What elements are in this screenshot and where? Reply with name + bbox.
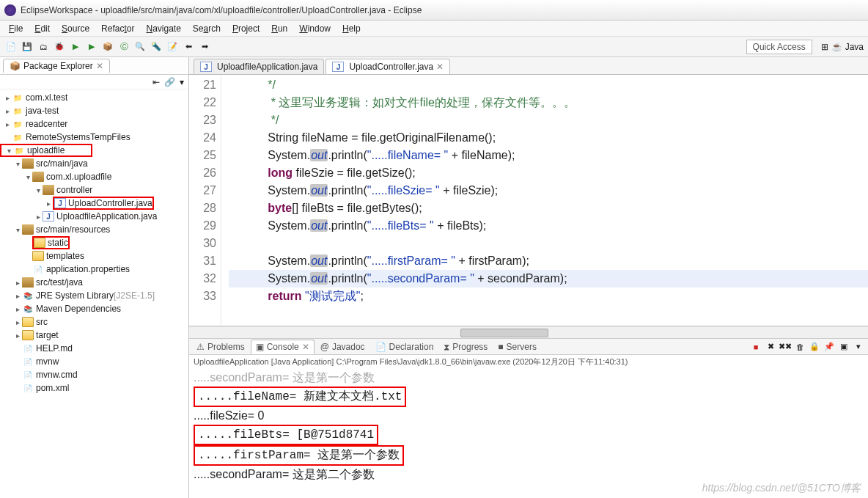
menu-navigate[interactable]: Navigate xyxy=(140,22,186,35)
view-menu-icon[interactable]: ▾ xyxy=(180,77,184,87)
java-file-icon: J xyxy=(332,62,344,72)
console-row: .....secondParam= 这是第一个参数 xyxy=(194,369,864,387)
tree-item[interactable]: Maven Dependencies xyxy=(36,304,121,314)
menu-bar: File Edit Source Refactor Navigate Searc… xyxy=(0,21,868,37)
perspective-switcher[interactable]: ⊞ ☕ Java xyxy=(821,42,864,52)
progress-icon: ⧗ xyxy=(444,342,449,352)
java-file-icon: J xyxy=(200,62,212,72)
menu-file[interactable]: File xyxy=(3,22,29,35)
tab-uploadfileapplication[interactable]: J UploadfileApplication.java xyxy=(194,59,324,74)
title-bar: EclipseWorkspace - uploadfile/src/main/j… xyxy=(0,0,868,21)
menu-run[interactable]: Run xyxy=(265,22,293,35)
tree-item[interactable]: java-test xyxy=(26,106,59,116)
open-type-icon[interactable]: 🔍 xyxy=(133,40,147,54)
code-editor[interactable]: 21 22 23 24 25 26 27 28 29 30 31 32 33 *… xyxy=(189,75,868,326)
scroll-lock-icon[interactable]: 🔒 xyxy=(808,340,821,354)
tree-item[interactable]: com.xl.uploadfile xyxy=(46,172,111,182)
console-row-filebts: .....fileBts= [B@751d8741 xyxy=(194,425,378,445)
console-launch-info: UploadfileApplication [Java Application]… xyxy=(189,355,868,369)
save-all-icon[interactable]: 🗂 xyxy=(37,40,50,54)
line-gutter: 21 22 23 24 25 26 27 28 29 30 31 32 33 xyxy=(189,75,221,326)
watermark: https://blog.csdn.net/@51CTO博客 xyxy=(702,482,861,495)
tree-item[interactable]: RemoteSystemsTempFiles xyxy=(26,132,130,142)
java-perspective-icon[interactable]: ☕ xyxy=(831,42,842,52)
editor-scrollbar-h[interactable] xyxy=(189,326,868,338)
tab-console[interactable]: ▣Console✕ xyxy=(251,340,315,354)
view-tab-bar: 📦 Package Explorer ✕ xyxy=(0,57,188,75)
tree-item[interactable]: src xyxy=(36,317,48,327)
run-icon[interactable]: ▶ xyxy=(69,40,82,54)
console-output[interactable]: .....secondParam= 这是第一个参数 .....fileName=… xyxy=(189,369,868,498)
tree-item[interactable]: src/test/java xyxy=(36,277,83,288)
tree-item[interactable]: src/main/resources xyxy=(36,224,110,235)
save-icon[interactable]: 💾 xyxy=(21,40,34,54)
new-class-icon[interactable]: Ⓒ xyxy=(117,40,130,54)
menu-help[interactable]: Help xyxy=(336,22,367,35)
problems-icon: ⚠ xyxy=(196,342,205,352)
tree-uploadfile[interactable]: uploadfile xyxy=(27,145,65,155)
view-toolbar: ⇤ 🔗 ▾ xyxy=(0,75,188,89)
collapse-all-icon[interactable]: ⇤ xyxy=(152,77,160,87)
nav-fwd-icon[interactable]: ➡ xyxy=(198,40,211,54)
menu-refactor[interactable]: Refactor xyxy=(95,22,140,35)
main-toolbar: 📄 💾 🗂 🐞 ▶ ▶ 📦 Ⓒ 🔍 🔦 📝 ⬅ ➡ Quick Access ⊞… xyxy=(0,37,868,57)
link-editor-icon[interactable]: 🔗 xyxy=(164,77,175,87)
tab-javadoc[interactable]: @Javadoc xyxy=(316,340,369,354)
display-selected-icon[interactable]: ▣ xyxy=(837,340,850,354)
debug-icon[interactable]: 🐞 xyxy=(53,40,66,54)
quick-access[interactable]: Quick Access xyxy=(746,40,812,54)
tree-item[interactable]: JRE System Library xyxy=(36,290,114,301)
clear-console-icon[interactable]: 🗑 xyxy=(793,340,806,354)
package-icon: 📦 xyxy=(10,61,21,71)
package-explorer-tab[interactable]: 📦 Package Explorer ✕ xyxy=(3,59,110,73)
menu-search[interactable]: Search xyxy=(187,22,227,35)
run-last-icon[interactable]: ▶ xyxy=(85,40,98,54)
remove-launch-icon[interactable]: ✖ xyxy=(764,340,777,354)
tree-item[interactable]: pom.xml xyxy=(36,383,69,393)
tab-uploadcontroller[interactable]: J UploadController.java ✕ xyxy=(326,59,450,74)
menu-edit[interactable]: Edit xyxy=(29,22,56,35)
close-icon[interactable]: ✕ xyxy=(96,61,103,71)
tree-item[interactable]: mvnw.cmd xyxy=(36,370,78,380)
tree-lib-suffix: [J2SE-1.5] xyxy=(114,290,155,301)
tree-item[interactable]: com.xl.test xyxy=(26,92,67,103)
annotation-icon[interactable]: 📝 xyxy=(166,40,179,54)
tree-item[interactable]: src/main/java xyxy=(36,158,88,169)
servers-icon: ■ xyxy=(498,342,503,352)
tab-progress[interactable]: ⧗Progress xyxy=(439,340,492,354)
tree-item[interactable]: application.properties xyxy=(46,264,130,274)
menu-window[interactable]: Window xyxy=(293,22,336,35)
remove-all-terminated-icon[interactable]: ✖✖ xyxy=(779,340,792,354)
new-icon[interactable]: 📄 xyxy=(4,40,18,54)
console-row-firstparam: .....firstParam= 这是第一个参数 xyxy=(194,445,404,466)
nav-back-icon[interactable]: ⬅ xyxy=(182,40,195,54)
tree-item[interactable]: controller xyxy=(56,185,92,195)
menu-project[interactable]: Project xyxy=(227,22,265,35)
console-row: .....secondParam= 这是第二个参数 xyxy=(194,466,864,483)
close-icon[interactable]: ✕ xyxy=(302,342,309,352)
code-area[interactable]: */ * 这里写业务逻辑：如对文件file的处理，保存文件等。。。 */ Str… xyxy=(221,75,868,326)
pin-console-icon[interactable]: 📌 xyxy=(823,340,836,354)
tab-declaration[interactable]: 📄Declaration xyxy=(371,340,438,354)
open-perspective-icon[interactable]: ⊞ xyxy=(821,42,828,52)
tree-uploadcontroller[interactable]: UploadController.java xyxy=(68,198,152,208)
tree-item[interactable]: readcenter xyxy=(26,119,67,129)
eclipse-icon xyxy=(4,4,16,16)
open-console-icon[interactable]: ▾ xyxy=(852,340,865,354)
new-package-icon[interactable]: 📦 xyxy=(101,40,114,54)
tab-servers[interactable]: ■Servers xyxy=(493,340,541,354)
tree-static[interactable]: static xyxy=(48,238,68,248)
editor-tabs: J UploadfileApplication.java J UploadCon… xyxy=(189,57,868,75)
tree-item[interactable]: target xyxy=(36,330,59,340)
console-row: .....fileSzie= 0 xyxy=(194,407,864,425)
project-tree[interactable]: ▸📁com.xl.test ▸📁java-test ▸📁readcenter 📁… xyxy=(0,89,188,498)
tree-item[interactable]: mvnw xyxy=(36,356,59,367)
search-icon[interactable]: 🔦 xyxy=(150,40,163,54)
menu-source[interactable]: Source xyxy=(56,22,95,35)
tab-problems[interactable]: ⚠Problems xyxy=(192,340,249,354)
tree-item[interactable]: HELP.md xyxy=(36,343,73,354)
terminate-icon[interactable]: ■ xyxy=(749,340,762,354)
close-icon[interactable]: ✕ xyxy=(436,62,444,72)
tree-item[interactable]: UploadfileApplication.java xyxy=(56,211,157,221)
tree-item[interactable]: templates xyxy=(46,251,84,261)
